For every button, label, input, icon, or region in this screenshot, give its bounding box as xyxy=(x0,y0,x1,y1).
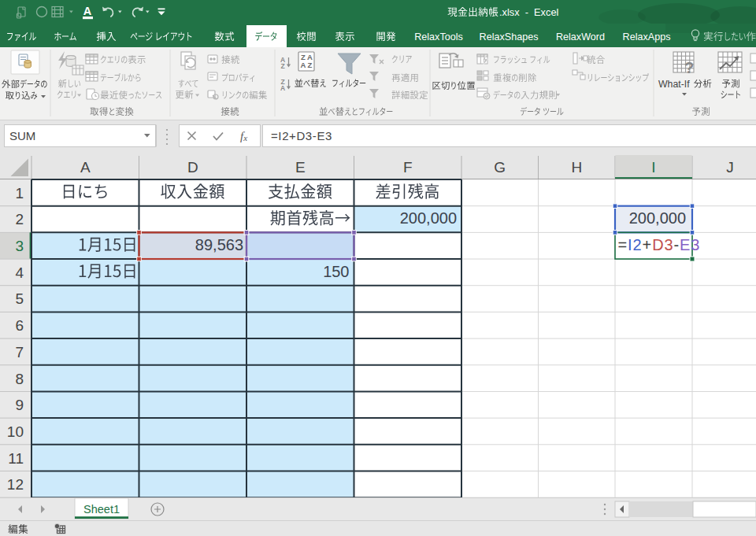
svg-text:RelaxApps: RelaxApps xyxy=(623,31,671,43)
svg-text:SUM: SUM xyxy=(9,129,35,142)
svg-text:10: 10 xyxy=(7,423,24,440)
svg-text:J: J xyxy=(726,159,734,176)
svg-text:G: G xyxy=(494,159,506,176)
svg-text:What-If: What-If xyxy=(658,79,690,90)
svg-text:150: 150 xyxy=(323,263,349,280)
svg-text:?: ? xyxy=(684,59,694,76)
svg-text:11: 11 xyxy=(8,450,24,467)
svg-text:A: A xyxy=(280,84,285,92)
svg-text:9: 9 xyxy=(15,397,24,413)
svg-text:3: 3 xyxy=(15,238,24,254)
svg-text:2: 2 xyxy=(15,211,24,227)
svg-text:Z: Z xyxy=(308,61,313,69)
svg-text:Z: Z xyxy=(280,62,284,70)
svg-text:A: A xyxy=(80,159,91,176)
svg-text:I: I xyxy=(651,159,655,176)
svg-text:H: H xyxy=(571,159,582,176)
svg-text:=I2+D3-E3: =I2+D3-E3 xyxy=(618,236,701,253)
svg-text:RelaxTools: RelaxTools xyxy=(414,31,463,43)
svg-text:RelaxShapes: RelaxShapes xyxy=(480,31,539,43)
svg-text:F: F xyxy=(403,159,413,176)
svg-text:200,000: 200,000 xyxy=(629,209,686,227)
svg-text:1: 1 xyxy=(15,185,24,201)
svg-text:5: 5 xyxy=(15,290,24,307)
svg-text:6: 6 xyxy=(15,317,24,334)
svg-text:E: E xyxy=(295,159,306,176)
svg-text:A: A xyxy=(83,5,92,17)
svg-text:8: 8 xyxy=(15,371,24,387)
svg-text:12: 12 xyxy=(7,476,24,493)
svg-text:89,563: 89,563 xyxy=(195,236,243,253)
svg-text:Sheet1: Sheet1 xyxy=(83,503,120,516)
svg-text:.xlsx - Excel: .xlsx - Excel xyxy=(499,6,558,18)
svg-text:=I2+D3-E3: =I2+D3-E3 xyxy=(271,129,332,142)
svg-text:4: 4 xyxy=(15,264,24,281)
svg-text:200,000: 200,000 xyxy=(400,209,457,227)
svg-text:RelaxWord: RelaxWord xyxy=(556,31,605,43)
svg-text:D: D xyxy=(187,159,198,176)
svg-text:A: A xyxy=(301,61,306,69)
svg-text:7: 7 xyxy=(15,344,24,360)
